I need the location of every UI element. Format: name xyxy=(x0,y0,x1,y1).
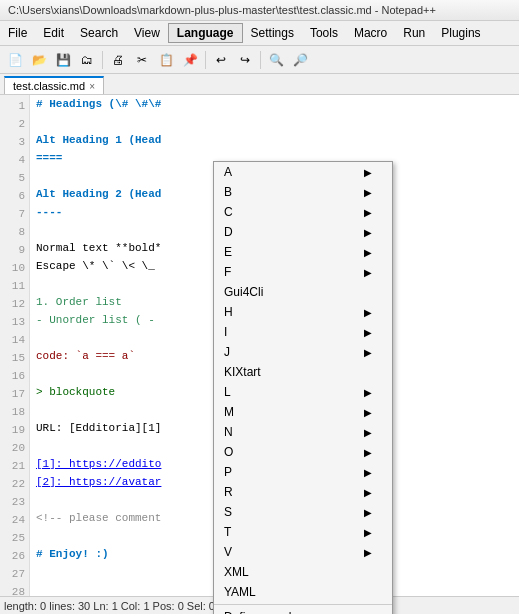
toolbar: 📄 📂 💾 🗂 🖨 ✂ 📋 📌 ↩ ↪ 🔍 🔎 xyxy=(0,46,519,74)
paste-btn[interactable]: 📌 xyxy=(179,49,201,71)
tab-close-btn[interactable]: × xyxy=(89,81,95,92)
find-btn[interactable]: 🔎 xyxy=(289,49,311,71)
separator1 xyxy=(214,604,392,605)
new-btn[interactable]: 📄 xyxy=(4,49,26,71)
arrow-icon: ▶ xyxy=(364,427,372,438)
menu-view[interactable]: View xyxy=(126,24,168,42)
menu-lang-o[interactable]: O ▶ xyxy=(214,442,392,462)
line-num-24: 24 xyxy=(0,511,29,529)
line-num-9: 9 xyxy=(0,241,29,259)
arrow-icon: ▶ xyxy=(364,467,372,478)
menu-lang-yaml[interactable]: YAML xyxy=(214,582,392,602)
menu-lang-b[interactable]: B ▶ xyxy=(214,182,392,202)
line-num-11: 11 xyxy=(0,277,29,295)
redo-btn[interactable]: ↪ xyxy=(234,49,256,71)
arrow-icon: ▶ xyxy=(364,547,372,558)
arrow-icon: ▶ xyxy=(364,347,372,358)
line-num-16: 16 xyxy=(0,367,29,385)
menu-lang-i[interactable]: I ▶ xyxy=(214,322,392,342)
tab-bar: test.classic.md × xyxy=(0,74,519,95)
tab-file[interactable]: test.classic.md × xyxy=(4,76,104,94)
menu-lang-d[interactable]: D ▶ xyxy=(214,222,392,242)
menu-lang-kixtart[interactable]: KIXtart xyxy=(214,362,392,382)
menu-macro[interactable]: Macro xyxy=(346,24,395,42)
line-num-21: 21 xyxy=(0,457,29,475)
line-num-4: 4 xyxy=(0,151,29,169)
save-all-btn[interactable]: 🗂 xyxy=(76,49,98,71)
menu-run[interactable]: Run xyxy=(395,24,433,42)
open-btn[interactable]: 📂 xyxy=(28,49,50,71)
save-btn[interactable]: 💾 xyxy=(52,49,74,71)
line-num-5: 5 xyxy=(0,169,29,187)
arrow-icon: ▶ xyxy=(364,447,372,458)
separator3 xyxy=(260,51,261,69)
undo-btn[interactable]: ↩ xyxy=(210,49,232,71)
arrow-icon: ▶ xyxy=(364,167,372,178)
arrow-icon: ▶ xyxy=(364,327,372,338)
line-num-15: 15 xyxy=(0,349,29,367)
menu-lang-e[interactable]: E ▶ xyxy=(214,242,392,262)
line-numbers: 1 2 3 4 5 6 7 8 9 10 11 12 13 14 15 16 1… xyxy=(0,95,30,609)
menu-lang-f[interactable]: F ▶ xyxy=(214,262,392,282)
arrow-icon: ▶ xyxy=(364,407,372,418)
line-num-1: 1 xyxy=(0,97,29,115)
line-num-8: 8 xyxy=(0,223,29,241)
cut-btn[interactable]: ✂ xyxy=(131,49,153,71)
menu-search[interactable]: Search xyxy=(72,24,126,42)
menu-lang-t[interactable]: T ▶ xyxy=(214,522,392,542)
menu-tools[interactable]: Tools xyxy=(302,24,346,42)
menu-lang-v[interactable]: V ▶ xyxy=(214,542,392,562)
menu-language[interactable]: Language xyxy=(168,23,243,43)
arrow-icon: ▶ xyxy=(364,527,372,538)
arrow-icon: ▶ xyxy=(364,207,372,218)
line-num-12: 12 xyxy=(0,295,29,313)
title-text: C:\Users\xians\Downloads\markdown-plus-p… xyxy=(8,4,436,16)
tab-label: test.classic.md xyxy=(13,80,85,92)
menu-bar: File Edit Search View Language Settings … xyxy=(0,21,519,46)
menu-lang-r[interactable]: R ▶ xyxy=(214,482,392,502)
line-num-6: 6 xyxy=(0,187,29,205)
line-num-22: 22 xyxy=(0,475,29,493)
copy-btn[interactable]: 📋 xyxy=(155,49,177,71)
line-num-2: 2 xyxy=(0,115,29,133)
menu-edit[interactable]: Edit xyxy=(35,24,72,42)
zoom-in-btn[interactable]: 🔍 xyxy=(265,49,287,71)
line-num-7: 7 xyxy=(0,205,29,223)
menu-lang-xml[interactable]: XML xyxy=(214,562,392,582)
menu-lang-a[interactable]: A ▶ xyxy=(214,162,392,182)
menu-lang-m[interactable]: M ▶ xyxy=(214,402,392,422)
menu-file[interactable]: File xyxy=(0,24,35,42)
arrow-icon: ▶ xyxy=(364,247,372,258)
menu-lang-s[interactable]: S ▶ xyxy=(214,502,392,522)
line-num-17: 17 xyxy=(0,385,29,403)
line-num-27: 27 xyxy=(0,565,29,583)
menu-lang-j[interactable]: J ▶ xyxy=(214,342,392,362)
menu-define-language[interactable]: Define your language... xyxy=(214,607,392,614)
arrow-icon: ▶ xyxy=(364,267,372,278)
line-num-26: 26 xyxy=(0,547,29,565)
code-line-3: Alt Heading 1 (Head xyxy=(32,131,519,149)
menu-lang-c[interactable]: C ▶ xyxy=(214,202,392,222)
arrow-icon: ▶ xyxy=(364,187,372,198)
line-num-19: 19 xyxy=(0,421,29,439)
arrow-icon: ▶ xyxy=(364,507,372,518)
arrow-icon: ▶ xyxy=(364,227,372,238)
line-num-23: 23 xyxy=(0,493,29,511)
menu-lang-h[interactable]: H ▶ xyxy=(214,302,392,322)
menu-lang-l[interactable]: L ▶ xyxy=(214,382,392,402)
menu-lang-gui4cli[interactable]: Gui4Cli xyxy=(214,282,392,302)
print-btn[interactable]: 🖨 xyxy=(107,49,129,71)
menu-lang-p[interactable]: P ▶ xyxy=(214,462,392,482)
line-num-18: 18 xyxy=(0,403,29,421)
line-num-3: 3 xyxy=(0,133,29,151)
line-num-14: 14 xyxy=(0,331,29,349)
menu-settings[interactable]: Settings xyxy=(243,24,302,42)
menu-lang-n[interactable]: N ▶ xyxy=(214,422,392,442)
main-area: 1 2 3 4 5 6 7 8 9 10 11 12 13 14 15 16 1… xyxy=(0,95,519,609)
menu-plugins[interactable]: Plugins xyxy=(433,24,488,42)
title-bar: C:\Users\xians\Downloads\markdown-plus-p… xyxy=(0,0,519,21)
line-num-25: 25 xyxy=(0,529,29,547)
arrow-icon: ▶ xyxy=(364,487,372,498)
code-line-1: # Headings (\# \#\# xyxy=(32,95,519,113)
code-line-2 xyxy=(32,113,519,131)
